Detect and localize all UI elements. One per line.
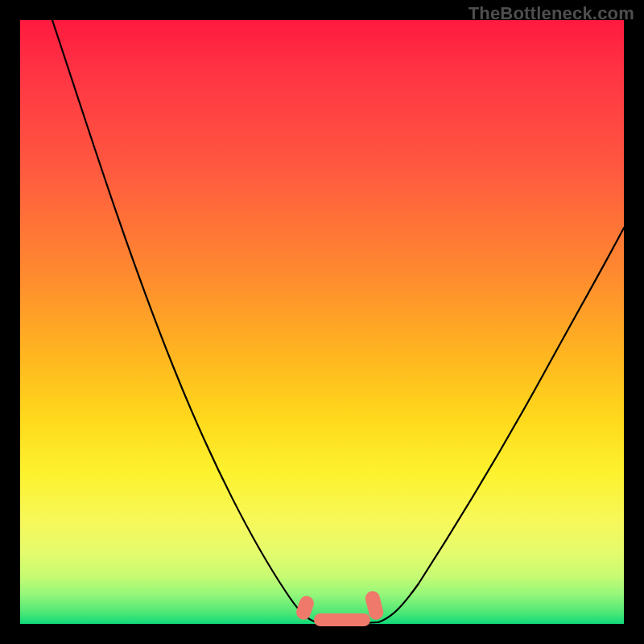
- curve-left-arm: [52, 20, 316, 622]
- curve-right-arm: [378, 228, 624, 622]
- highlight-marker-center: [314, 613, 370, 626]
- bottleneck-curve: [20, 20, 624, 624]
- watermark-text: TheBottleneck.com: [469, 3, 634, 24]
- chart-stage: TheBottleneck.com: [0, 0, 644, 644]
